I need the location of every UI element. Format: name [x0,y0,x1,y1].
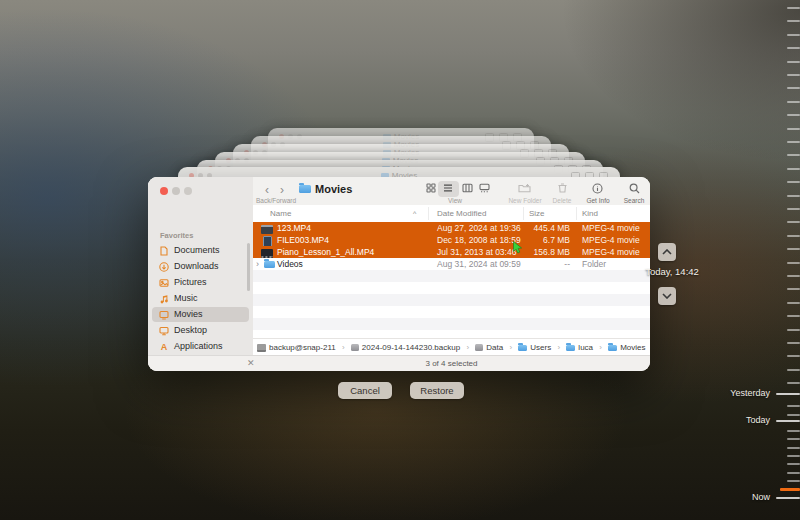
get-info-icon[interactable] [592,183,603,194]
sort-ascending-icon[interactable]: ^ [413,205,416,222]
timeline-tick[interactable] [787,248,800,250]
timeline-tick[interactable] [787,101,800,103]
list-view-icon[interactable] [443,183,453,193]
timeline-tick[interactable] [787,342,800,344]
sidebar-item-downloads[interactable]: Downloads [152,259,249,274]
back-button[interactable]: ‹ [260,184,274,197]
timeline-tick[interactable] [787,447,800,449]
timeline-tick[interactable] [787,472,800,474]
back-forward-label: Back/Forward [250,197,302,204]
timeline-tick[interactable] [787,302,800,304]
file-row-piano-lesson[interactable]: Piano_Lesson_1_All.MP4 Jul 31, 2013 at 0… [253,246,650,258]
finder-window: ‹ › Back/Forward Movies View Ne [148,177,650,371]
column-header-size[interactable]: Size [529,205,545,222]
timeline-tick[interactable] [787,128,800,130]
sidebar-item-documents[interactable]: Documents [152,243,249,258]
path-item-users[interactable]: Users [518,339,551,356]
disclosure-chevron-icon[interactable]: › [256,258,259,270]
timeline-tick[interactable] [787,405,800,407]
timeline-tick[interactable] [787,369,800,371]
timeline-tick[interactable] [787,414,800,416]
timeline-tick[interactable] [787,87,800,89]
timeline-tick[interactable] [787,329,800,331]
timeline-tick-now[interactable] [776,497,800,499]
timeline-tick-current[interactable] [780,488,800,491]
timeline-tick[interactable] [787,275,800,277]
timeline-tick[interactable] [787,235,800,237]
desktop-icon [159,326,169,336]
timeline-tick[interactable] [787,221,800,223]
timeline-tick[interactable] [787,463,800,465]
timeline-tick[interactable] [787,7,800,9]
timeline-tick[interactable] [787,208,800,210]
timeline-label-today[interactable]: Today [746,415,770,425]
file-row-videos-folder[interactable]: › Videos Aug 31, 2024 at 09:59 -- Folder [253,258,650,270]
video-file-icon [261,225,273,234]
timeline-tick[interactable] [787,455,800,457]
new-folder-icon [518,183,531,193]
selection-status: 3 of 4 selected [253,356,650,371]
timeline-tick[interactable] [787,61,800,63]
timeline-tick[interactable] [787,195,800,197]
search-label: Search [618,197,650,204]
grid-view-icon[interactable] [426,183,436,193]
timeline-tick[interactable] [787,430,800,432]
path-item-movies[interactable]: Movies [608,339,645,356]
pictures-icon [159,278,169,288]
timeline[interactable]: Yesterday Today Now [670,0,800,520]
timeline-tick[interactable] [787,288,800,290]
sidebar-item-desktop[interactable]: Desktop [152,323,249,338]
timeline-tick[interactable] [787,382,800,384]
timeline-tick[interactable] [787,315,800,317]
timeline-tick[interactable] [787,141,800,143]
back-in-time-button[interactable] [658,243,676,261]
sidebar-scrollbar[interactable] [247,243,250,291]
forward-button[interactable]: › [275,184,289,197]
timeline-tick[interactable] [787,34,800,36]
timeline-label-now[interactable]: Now [752,492,770,502]
disk-icon [351,344,359,351]
path-separator-icon: › [599,339,602,356]
timeline-tick[interactable] [787,74,800,76]
timeline-tick[interactable] [787,262,800,264]
folder-icon [264,261,275,268]
timeline-tick-yesterday[interactable] [776,393,800,395]
close-button[interactable] [160,187,168,195]
timeline-tick[interactable] [787,355,800,357]
search-icon[interactable] [629,183,640,194]
path-separator-icon: › [557,339,560,356]
file-row-123-mp4[interactable]: 123.MP4 Aug 27, 2024 at 19:36 445.4 MB M… [253,222,650,234]
file-row-file003-mp4[interactable]: FILE003.MP4 Dec 18, 2008 at 18:59 6.7 MB… [253,234,650,246]
timeline-tick[interactable] [787,168,800,170]
column-header-date-modified[interactable]: Date Modified [437,205,486,222]
path-item-data[interactable]: Data [475,339,503,356]
favorites-section-label: Favorites [160,231,193,240]
timeline-tick[interactable] [787,181,800,183]
column-header-name[interactable]: Name [270,205,291,222]
cancel-button[interactable]: Cancel [338,382,392,399]
sidebar-item-pictures[interactable]: Pictures [152,275,249,290]
desktop: Movies Movies Movies Movies Movies Movie… [0,0,800,520]
path-item-backup-snapshot[interactable]: 2024-09-14-144230.backup [351,339,460,356]
timeline-tick-today[interactable] [776,420,800,422]
column-view-icon[interactable] [462,183,473,193]
restore-button[interactable]: Restore [410,382,464,399]
timeline-tick[interactable] [787,438,800,440]
timeline-tick[interactable] [787,154,800,156]
path-separator-icon: › [342,339,345,356]
sidebar-item-applications[interactable]: A Applications [152,339,249,354]
sidebar-item-movies[interactable]: Movies [152,307,249,322]
sidebar-item-music[interactable]: Music [152,291,249,306]
timeline-label-yesterday[interactable]: Yesterday [730,388,770,398]
forward-in-time-button[interactable] [658,287,676,305]
timeline-tick[interactable] [787,480,800,482]
path-item-backup-server[interactable]: backup@snap-211 [257,339,336,356]
timeline-tick[interactable] [787,47,800,49]
video-file-icon [261,249,273,258]
column-header-kind[interactable]: Kind [582,205,598,222]
timeline-tick[interactable] [787,114,800,116]
timeline-tick[interactable] [787,20,800,22]
gallery-view-icon[interactable] [479,183,490,193]
file-list: 123.MP4 Aug 27, 2024 at 19:36 445.4 MB M… [253,222,650,338]
path-item-luca[interactable]: luca [566,339,593,356]
